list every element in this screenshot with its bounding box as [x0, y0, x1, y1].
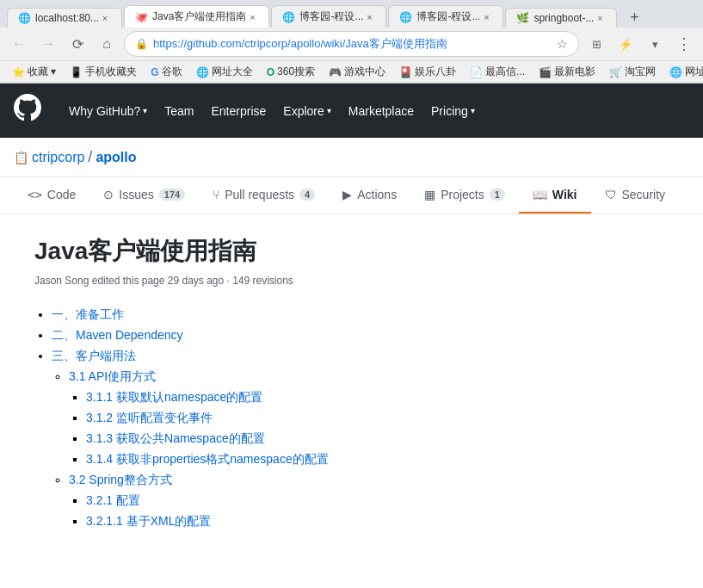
address-bar: 🔒 ☆: [124, 31, 579, 57]
tab-label-3: 博客园-程设...: [299, 9, 363, 24]
nav-team-label: Team: [164, 104, 194, 118]
nav-explore[interactable]: Explore ▾: [276, 99, 337, 123]
bookmark-label: 游戏中心: [344, 65, 385, 79]
pull-requests-icon: ⑂: [213, 188, 219, 201]
bookmark-website[interactable]: 🌐 网址大全: [191, 63, 258, 81]
chevron-down-icon-3: ▾: [471, 106, 475, 115]
nav-enterprise[interactable]: Enterprise: [204, 99, 273, 123]
tab-close-1[interactable]: ×: [99, 12, 111, 24]
browser-tab-3[interactable]: 🌐 博客园-程设... ×: [271, 5, 386, 28]
toc-link-1[interactable]: 一、准备工作: [52, 307, 124, 321]
extensions-button[interactable]: ⊞: [584, 32, 608, 56]
360-icon: O: [267, 66, 274, 78]
tab-projects[interactable]: ▦ Projects 1: [410, 177, 519, 214]
nav-pricing-label: Pricing: [431, 104, 468, 118]
browser-tab-1[interactable]: 🌐 localhost:80... ×: [7, 8, 122, 28]
bookmark-mobile[interactable]: 📱 手机收藏夹: [65, 63, 142, 81]
chevron-down-icon: ▾: [143, 106, 147, 115]
github-logo[interactable]: [14, 94, 41, 127]
toc-link-3-1-2[interactable]: 3.1.2 监听配置变化事件: [86, 411, 213, 424]
star-icon: ⭐: [12, 66, 25, 78]
bookmark-label: 网址大全: [212, 65, 253, 79]
nav-explore-label: Explore: [283, 104, 324, 118]
toc-link-3-1[interactable]: 3.1 API使用方式: [69, 369, 156, 383]
nav-team[interactable]: Team: [157, 99, 200, 123]
bookmark-google[interactable]: G 谷歌: [145, 63, 187, 81]
bookmark-star-icon[interactable]: ☆: [557, 37, 568, 51]
menu-down-button[interactable]: ▾: [643, 32, 667, 56]
tab-wiki[interactable]: 📖 Wiki: [519, 177, 591, 214]
list-item: 3.1.1 获取默认namespace的配置: [86, 390, 669, 405]
nav-enterprise-label: Enterprise: [211, 104, 266, 118]
repo-name-link[interactable]: apollo: [96, 150, 136, 165]
toc-link-3-1-4[interactable]: 3.1.4 获取非properties格式namespace的配置: [86, 452, 329, 466]
tab-actions[interactable]: ▶ Actions: [329, 177, 410, 214]
website-icon: 🌐: [196, 66, 209, 78]
tab-close-4[interactable]: ×: [480, 11, 492, 23]
browser-tab-5[interactable]: 🌿 springboot-... ×: [505, 8, 617, 28]
toc-link-3-1-1[interactable]: 3.1.1 获取默认namespace的配置: [86, 390, 262, 404]
more-options-button[interactable]: ⋮: [672, 32, 696, 56]
tab-security[interactable]: 🛡 Security: [591, 177, 680, 214]
toc-link-3-2-1-1[interactable]: 3.2.1.1 基于XML的配置: [86, 514, 212, 528]
tab-issues[interactable]: ⊙ Issues 174: [89, 177, 199, 214]
chevron-down-icon-2: ▾: [327, 106, 331, 115]
reload-button[interactable]: ⟳: [65, 32, 89, 56]
ssl-lock-icon: 🔒: [135, 38, 148, 50]
tab-issues-label: Issues: [119, 188, 153, 201]
tab-close-5[interactable]: ×: [594, 12, 606, 24]
bookmark-movies[interactable]: 🎬 最新电影: [533, 63, 601, 81]
bookmark-more[interactable]: 🌐 网址: [664, 63, 703, 81]
toc-link-3-2-1[interactable]: 3.2.1 配置: [86, 493, 140, 507]
tab-wiki-label: Wiki: [552, 188, 577, 201]
movies-icon: 🎬: [539, 66, 552, 78]
browser-tab-2[interactable]: 🐙 Java客户端使用指南 ×: [124, 5, 269, 28]
toc-link-3[interactable]: 三、客户端用法: [52, 349, 136, 362]
repo-header: 📋 ctripcorp / apollo: [0, 138, 703, 177]
list-item: 3.1 API使用方式 3.1.1 获取默认namespace的配置 3.1.2…: [69, 369, 669, 467]
list-item: 一、准备工作: [52, 307, 669, 323]
tab-close-3[interactable]: ×: [363, 11, 375, 23]
bookmark-favorites[interactable]: ⭐ 收藏 ▾: [7, 63, 61, 81]
breadcrumb: 📋 ctripcorp / apollo: [14, 148, 689, 166]
wiki-meta: Jason Song edited this page 29 days ago …: [34, 275, 669, 287]
pull-requests-badge: 4: [299, 189, 315, 201]
list-item: 3.2 Spring整合方式 3.2.1 配置 3.2.1.1 基于XML的配置: [69, 473, 669, 529]
bookmark-label: 最新电影: [554, 65, 595, 79]
back-button[interactable]: ←: [7, 32, 31, 56]
browser-tab-4[interactable]: 🌐 博客园-程设... ×: [388, 5, 503, 28]
repo-owner-link[interactable]: ctripcorp: [32, 150, 84, 165]
wiki-content: Java客户端使用指南 Jason Song edited this page …: [0, 214, 703, 555]
bookmark-games[interactable]: 🎮 游戏中心: [324, 63, 391, 81]
home-button[interactable]: ⌂: [95, 32, 119, 56]
issues-icon: ⊙: [103, 188, 114, 201]
toc-sublist-3: 3.1 API使用方式 3.1.1 获取默认namespace的配置 3.1.2…: [69, 369, 669, 529]
bookmark-entertainment[interactable]: 🎴 娱乐八卦: [394, 63, 461, 81]
list-item: 二、Maven Dependency: [52, 328, 669, 344]
tab-code[interactable]: <> Code: [14, 177, 89, 214]
new-tab-button[interactable]: +: [622, 7, 646, 28]
toc-link-3-2[interactable]: 3.2 Spring整合方式: [69, 473, 172, 486]
bookmark-taobao[interactable]: 🛒 淘宝网: [604, 63, 661, 81]
page-title: Java客户端使用指南: [34, 235, 669, 268]
bookmark-news[interactable]: 📄 最高信...: [465, 63, 530, 81]
tab-close-2[interactable]: ×: [246, 11, 258, 23]
mobile-icon: 📱: [70, 66, 83, 78]
nav-pricing[interactable]: Pricing ▾: [424, 99, 482, 123]
browser-tabs: 🌐 localhost:80... × 🐙 Java客户端使用指南 × 🌐 博客…: [0, 0, 703, 28]
url-input[interactable]: [153, 38, 552, 51]
list-item: 3.2.1.1 基于XML的配置: [86, 514, 669, 529]
repo-tabs: <> Code ⊙ Issues 174 ⑂ Pull requests 4 ▶…: [0, 177, 703, 214]
browser-toolbar: ← → ⟳ ⌂ 🔒 ☆ ⊞ ⚡ ▾ ⋮: [0, 28, 703, 60]
nav-marketplace[interactable]: Marketplace: [342, 99, 421, 123]
github-nav: Why GitHub? ▾ Team Enterprise Explore ▾ …: [62, 99, 482, 123]
toc-link-3-1-3[interactable]: 3.1.3 获取公共Namespace的配置: [86, 431, 265, 445]
tab-favicon-3: 🌐: [282, 11, 294, 23]
bolt-button[interactable]: ⚡: [614, 32, 638, 56]
nav-why-github[interactable]: Why GitHub? ▾: [62, 99, 154, 123]
tab-pull-requests-label: Pull requests: [225, 188, 294, 201]
forward-button[interactable]: →: [36, 32, 60, 56]
tab-pull-requests[interactable]: ⑂ Pull requests 4: [199, 177, 329, 214]
bookmark-360[interactable]: O 360搜索: [262, 63, 320, 81]
toc-link-2[interactable]: 二、Maven Dependency: [52, 328, 183, 342]
